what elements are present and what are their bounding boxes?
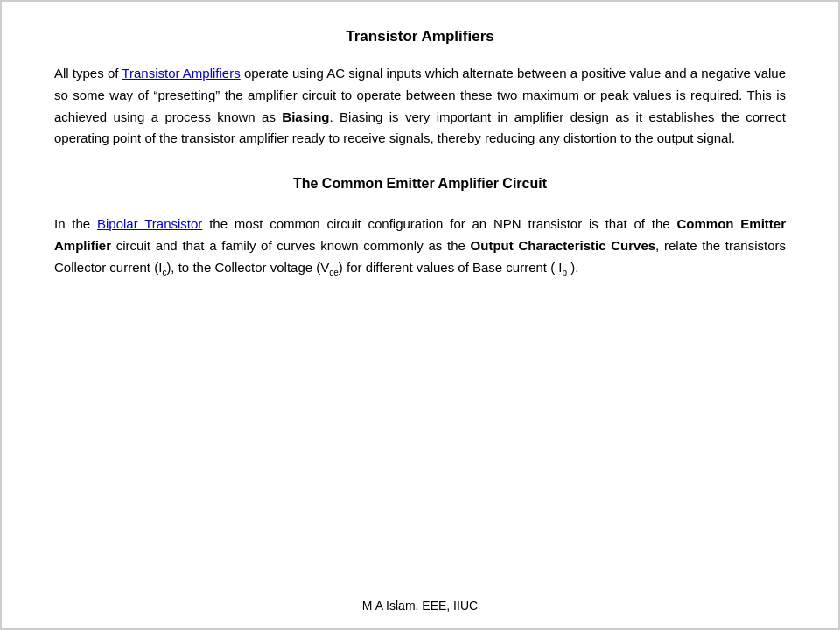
sub-c: c [162, 268, 166, 277]
paragraph-2: In the Bipolar Transistor the most commo… [54, 214, 786, 280]
sub-ce: ce [329, 268, 339, 277]
biasing-bold: Biasing [282, 109, 329, 124]
page-container: Transistor Amplifiers All types of Trans… [0, 0, 840, 630]
section-title: The Common Emitter Amplifier Circuit [54, 176, 786, 192]
output-curves-bold: Output Characteristic Curves [471, 238, 656, 253]
para2-after-link: the most common circuit configuration fo… [202, 216, 676, 231]
para2-mid1: circuit and that a family of curves know… [111, 238, 471, 253]
page-title: Transistor Amplifiers [2, 28, 838, 46]
paragraph-1: All types of Transistor Amplifiers opera… [54, 63, 786, 150]
para2-before-link: In the [54, 216, 97, 231]
transistor-amplifiers-link[interactable]: Transistor Amplifiers [122, 66, 240, 80]
bipolar-transistor-link[interactable]: Bipolar Transistor [97, 216, 202, 231]
content-area: All types of Transistor Amplifiers opera… [2, 63, 838, 598]
sub-b: b [563, 268, 568, 277]
footer: M A Islam, EEE, IIUC [2, 598, 838, 628]
para1-before-link: All types of [54, 66, 122, 80]
